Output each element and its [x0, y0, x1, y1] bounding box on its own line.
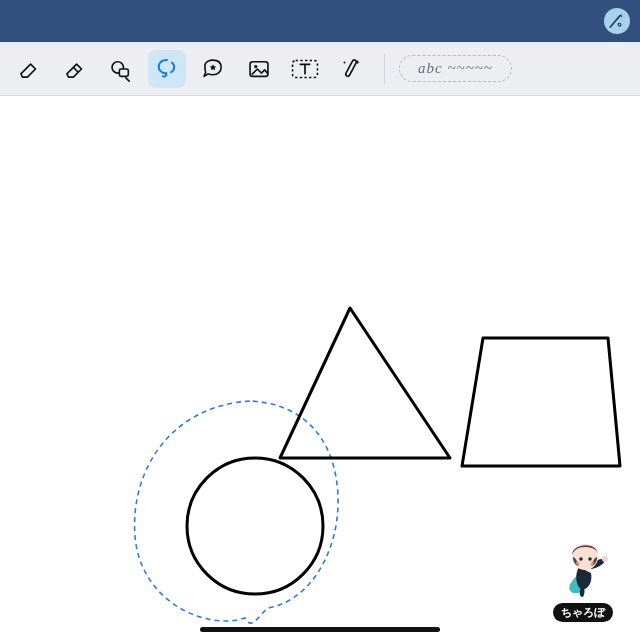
svg-point-7	[344, 61, 346, 63]
eraser-icon	[16, 56, 42, 82]
toolbar-divider	[384, 54, 385, 84]
magic-wand-tool[interactable]	[332, 50, 370, 88]
svg-point-10	[579, 557, 583, 561]
svg-point-12	[576, 561, 580, 565]
avatar-watermark: ちゃろぼ	[544, 537, 622, 622]
svg-point-4	[254, 64, 257, 67]
svg-point-13	[590, 561, 594, 565]
svg-line-0	[73, 67, 78, 72]
eraser-tool[interactable]	[10, 50, 48, 88]
lasso-selection	[135, 401, 339, 623]
toolbar: abc ~~~~~	[0, 42, 640, 96]
sticker-icon	[200, 56, 226, 82]
lasso-icon	[154, 56, 180, 82]
svg-rect-6	[345, 59, 357, 77]
text-entry-field[interactable]: abc ~~~~~	[399, 55, 512, 82]
eraser-alt-icon	[62, 56, 88, 82]
magic-wand-icon	[338, 56, 364, 82]
trapezoid-shape[interactable]	[462, 338, 620, 466]
eraser-alt-tool[interactable]	[56, 50, 94, 88]
avatar-label: ちゃろぼ	[553, 603, 613, 622]
sticker-tool[interactable]	[194, 50, 232, 88]
triangle-shape[interactable]	[280, 308, 450, 458]
svg-point-11	[588, 557, 592, 561]
title-bar	[0, 0, 640, 42]
circle-shape[interactable]	[187, 458, 323, 594]
text-box-icon	[291, 58, 319, 80]
pen-curl-icon	[608, 12, 626, 30]
shape-picker-tool[interactable]	[102, 50, 140, 88]
svg-point-8	[602, 556, 608, 562]
image-tool[interactable]	[240, 50, 278, 88]
shape-picker-icon	[108, 56, 134, 82]
text-tool[interactable]	[286, 50, 324, 88]
drawing-canvas[interactable]: ちゃろぼ	[0, 96, 640, 640]
home-indicator[interactable]	[200, 627, 440, 632]
svg-rect-2	[119, 69, 128, 76]
pen-mode-button[interactable]	[604, 8, 630, 34]
avatar-figure	[551, 537, 615, 601]
lasso-tool[interactable]	[148, 50, 186, 88]
image-icon	[246, 56, 272, 82]
